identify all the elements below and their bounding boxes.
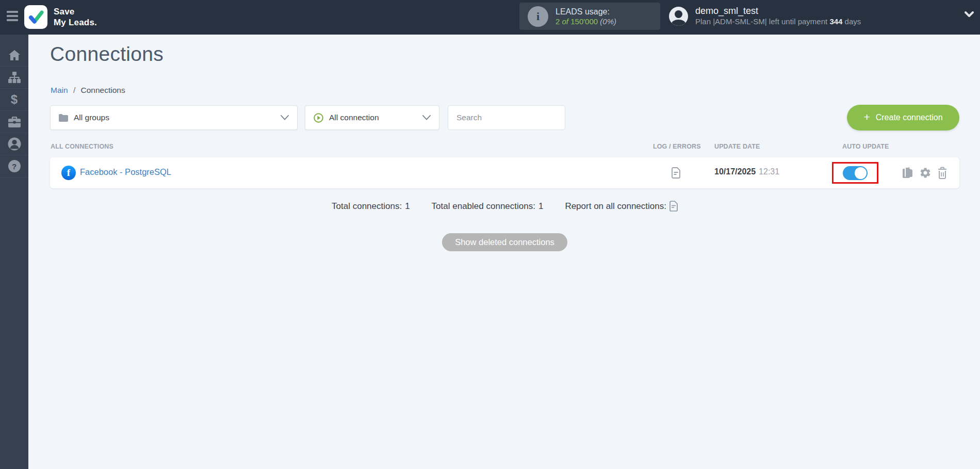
user-plan-info: Plan |ADM-SML-SM| left until payment 344… bbox=[695, 17, 861, 27]
facebook-icon: f bbox=[61, 166, 76, 180]
create-connection-button[interactable]: + Create connection bbox=[847, 105, 959, 131]
hamburger-menu-icon[interactable] bbox=[7, 11, 18, 23]
breadcrumb-separator: / bbox=[73, 86, 75, 94]
plus-icon: + bbox=[863, 111, 870, 123]
user-menu[interactable]: demo_sml_test Plan |ADM-SML-SM| left unt… bbox=[669, 5, 861, 27]
info-icon: i bbox=[528, 6, 548, 27]
user-avatar-icon bbox=[669, 7, 688, 26]
groups-dropdown-value: All groups bbox=[74, 113, 109, 122]
auto-update-toggle[interactable] bbox=[843, 166, 868, 180]
sidebar-item-connections[interactable] bbox=[0, 67, 28, 89]
page-title: Connections bbox=[50, 43, 164, 66]
sidebar-item-help[interactable]: ? bbox=[0, 155, 28, 177]
brand-line2: My Leads. bbox=[54, 17, 97, 28]
sitemap-icon bbox=[8, 72, 21, 83]
total-enabled-value: 1 bbox=[538, 201, 543, 212]
main-content: Connections Main / Connections All group… bbox=[28, 35, 980, 469]
update-date: 10/17/202512:31 bbox=[714, 167, 779, 176]
connection-name-link[interactable]: Facebook - PostgreSQL bbox=[80, 167, 171, 177]
brand-name: Save My Leads. bbox=[54, 6, 97, 28]
chevron-down-icon bbox=[422, 115, 431, 120]
connection-status-dropdown[interactable]: All connection bbox=[305, 105, 439, 130]
total-connections: Total connections: 1 bbox=[332, 201, 410, 212]
person-icon bbox=[8, 137, 21, 151]
trash-icon[interactable] bbox=[937, 167, 948, 179]
breadcrumb-main-link[interactable]: Main bbox=[51, 86, 68, 94]
chevron-down-icon bbox=[281, 115, 289, 120]
play-circle-icon bbox=[314, 113, 323, 123]
leads-usage-badge: i LEADS usage: 2 of 150'000 (0%) bbox=[519, 3, 660, 30]
total-enabled-connections: Total enabled connections: 1 bbox=[432, 201, 544, 212]
log-file-icon[interactable] bbox=[672, 167, 680, 179]
user-name: demo_sml_test bbox=[695, 5, 861, 17]
row-actions bbox=[902, 167, 948, 179]
settings-gear-icon[interactable] bbox=[919, 167, 932, 179]
briefcase-icon bbox=[8, 117, 21, 127]
auto-update-highlight-box bbox=[832, 162, 878, 184]
savemyleads-logo-icon[interactable] bbox=[24, 5, 47, 29]
report-all-connections: Report on all connections: bbox=[565, 201, 678, 212]
breadcrumb-current: Connections bbox=[81, 86, 125, 94]
brand-line1: Save bbox=[54, 6, 97, 17]
groups-dropdown[interactable]: All groups bbox=[50, 105, 298, 130]
copy-icon[interactable] bbox=[902, 167, 913, 179]
column-header-update-date: UPDATE DATE bbox=[714, 142, 760, 150]
column-header-auto-update: AUTO UPDATE bbox=[842, 142, 889, 150]
show-deleted-connections-button[interactable]: Show deleted connections bbox=[442, 233, 567, 251]
connection-dropdown-value: All connection bbox=[329, 113, 379, 122]
topbar-chevron-down-icon[interactable] bbox=[965, 11, 974, 18]
folder-icon bbox=[59, 114, 68, 122]
sidebar-nav: $ ? bbox=[0, 35, 28, 469]
total-connections-value: 1 bbox=[405, 201, 410, 212]
leads-usage-label: LEADS usage: bbox=[556, 7, 616, 17]
sidebar-item-billing[interactable]: $ bbox=[0, 89, 28, 111]
app-window: Save My Leads. i LEADS usage: 2 of 150'0… bbox=[0, 0, 980, 469]
leads-usage-value: 2 of 150'000 (0%) bbox=[556, 17, 616, 26]
sidebar-item-home[interactable] bbox=[0, 44, 28, 67]
sidebar-item-services[interactable] bbox=[0, 111, 28, 133]
filter-row: All groups All connection bbox=[28, 105, 980, 131]
column-header-connections: ALL CONNECTIONS bbox=[51, 142, 113, 150]
sidebar-item-account[interactable] bbox=[0, 133, 28, 155]
dollar-icon: $ bbox=[11, 92, 18, 107]
breadcrumb: Main / Connections bbox=[51, 86, 125, 95]
summary-row: Total connections: 1 Total enabled conne… bbox=[50, 201, 959, 212]
question-icon: ? bbox=[8, 160, 21, 172]
topbar: Save My Leads. i LEADS usage: 2 of 150'0… bbox=[0, 0, 980, 35]
report-file-icon[interactable] bbox=[669, 201, 678, 212]
home-icon bbox=[8, 50, 21, 61]
column-header-log-errors: LOG / ERRORS bbox=[653, 142, 701, 150]
search-input[interactable] bbox=[448, 105, 565, 130]
connection-row: f Facebook - PostgreSQL 10/17/202512:31 bbox=[50, 157, 959, 188]
